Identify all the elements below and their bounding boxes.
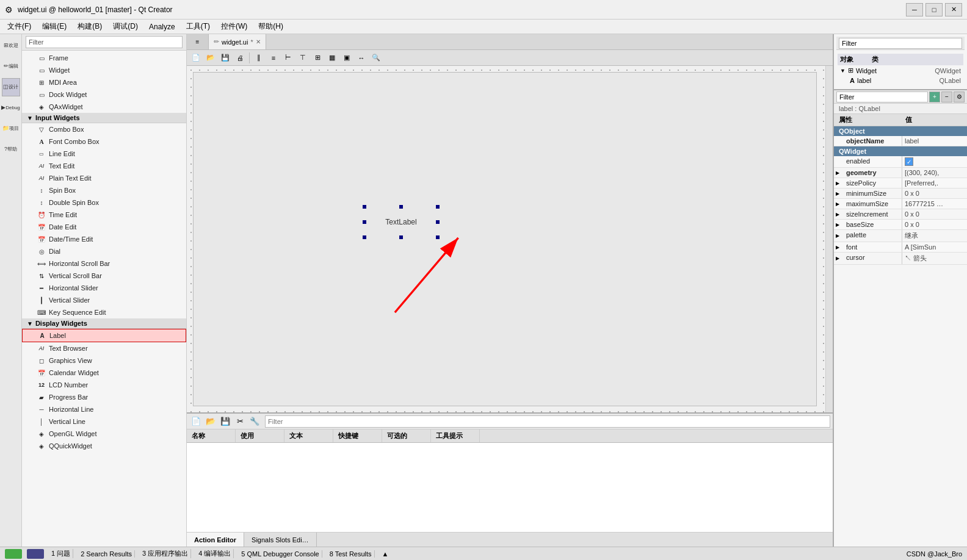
category-display-widgets[interactable]: ▼ Display Widgets — [22, 318, 186, 329]
status-up-arrow[interactable]: ▲ — [382, 550, 389, 558]
toolbar-btn-align-left[interactable]: ≡ — [267, 51, 280, 65]
prop-row-basesize[interactable]: ▶ baseSize 0 x 0 — [834, 220, 967, 230]
widget-item-text-edit[interactable]: AI Text Edit — [22, 160, 186, 172]
widget-search-input[interactable] — [26, 36, 183, 48]
widget-item-widget[interactable]: ▭ Widget — [22, 64, 186, 76]
widget-item-vertical-slider[interactable]: ┃ Vertical Slider — [22, 294, 186, 306]
widget-item-dock-widget[interactable]: ▭ Dock Widget — [22, 88, 186, 101]
widget-item-datetime-edit[interactable]: 📅 Date/Time Edit — [22, 233, 186, 245]
prop-row-palette[interactable]: ▶ palette 继承 — [834, 230, 967, 242]
activity-edit[interactable]: ✏编辑 — [2, 57, 20, 76]
tab-action-editor[interactable]: Action Editor — [187, 533, 244, 547]
status-run-btn[interactable] — [5, 549, 22, 559]
activity-help[interactable]: ?帮助 — [2, 140, 20, 159]
toolbar-btn-resize[interactable]: ↔ — [355, 51, 368, 65]
widget-item-key-sequence-edit[interactable]: ⌨ Key Sequence Edit — [22, 306, 186, 318]
widget-item-time-edit[interactable]: ⏰ Time Edit — [22, 209, 186, 221]
menu-debug[interactable]: 调试(D) — [108, 20, 143, 33]
action-open-btn[interactable]: 📂 — [204, 415, 217, 428]
toolbar-btn-print[interactable]: 🖨 — [233, 51, 247, 65]
handle-tr[interactable] — [436, 205, 440, 209]
obj-row-widget[interactable]: ▼ ⊞ Widget QWidget — [838, 65, 963, 76]
toolbar-btn-grid[interactable]: ⊞ — [311, 51, 324, 65]
status-qml-debugger[interactable]: 5 QML Debugger Console — [239, 550, 322, 558]
bottom-filter-input[interactable] — [265, 415, 830, 428]
prop-filter-minus-btn[interactable]: − — [941, 92, 952, 102]
status-app-output[interactable]: 3 应用程序输出 — [140, 549, 191, 558]
prop-row-sizeincrement[interactable]: ▶ sizeIncrement 0 x 0 — [834, 209, 967, 220]
prop-section-qobject[interactable]: QObject — [834, 126, 967, 136]
canvas-background[interactable]: TextLabel — [187, 66, 825, 412]
widget-item-opengl-widget[interactable]: ◈ OpenGL Widget — [22, 428, 186, 440]
widget-item-vertical-line[interactable]: │ Vertical Line — [22, 415, 186, 428]
widget-item-frame[interactable]: ▭ Frame — [22, 52, 186, 64]
obj-row-label[interactable]: A label QLabel — [838, 76, 963, 85]
menu-build[interactable]: 构建(B) — [73, 20, 107, 33]
toolbar-btn-new[interactable]: 📄 — [189, 51, 203, 65]
sidebar-toggle-btn[interactable]: ≡ — [187, 34, 209, 49]
text-label-widget[interactable]: TextLabel — [364, 207, 438, 237]
action-delete-btn[interactable]: ✂ — [233, 415, 247, 428]
minimize-button[interactable]: ─ — [906, 3, 923, 16]
widget-item-dial[interactable]: ◎ Dial — [22, 245, 186, 257]
menu-controls[interactable]: 控件(W) — [216, 20, 252, 33]
activity-debug[interactable]: ▶Debug — [2, 99, 20, 117]
prop-row-objectname[interactable]: objectName label — [834, 136, 967, 146]
widget-item-line-edit[interactable]: ▭ Line Edit — [22, 148, 186, 160]
widget-item-horizontal-line[interactable]: ─ Horizontal Line — [22, 403, 186, 415]
widget-item-font-combo-box[interactable]: A Font Combo Box — [22, 135, 186, 148]
menu-help[interactable]: 帮助(H) — [253, 20, 288, 33]
prop-filter-config-btn[interactable]: ⚙ — [954, 92, 965, 102]
widget-item-progress-bar[interactable]: ▰ Progress Bar — [22, 391, 186, 403]
object-filter-input[interactable] — [839, 38, 962, 49]
action-save-btn[interactable]: 💾 — [219, 415, 232, 428]
prop-section-qwidget[interactable]: QWidget — [834, 146, 967, 156]
prop-row-geometry[interactable]: ▶ geometry [(300, 240), — [834, 168, 967, 178]
handle-bl[interactable] — [363, 235, 366, 239]
widget-item-date-edit[interactable]: 📅 Date Edit — [22, 221, 186, 233]
close-button[interactable]: ✕ — [945, 3, 962, 16]
widget-item-label[interactable]: A Label — [22, 329, 186, 342]
handle-mr[interactable] — [436, 220, 440, 224]
widget-expand-icon[interactable]: ▼ — [840, 68, 846, 74]
enabled-checkbox[interactable]: ✓ — [905, 157, 913, 166]
widget-item-lcd-number[interactable]: 12 LCD Number — [22, 379, 186, 391]
widget-item-qaxwidget[interactable]: ◈ QAxWidget — [22, 101, 186, 113]
handle-br[interactable] — [436, 235, 440, 239]
tab-signals-slots[interactable]: Signals Slots Edi… — [244, 533, 317, 547]
menu-edit[interactable]: 编辑(E) — [37, 20, 71, 33]
widget-item-spin-box[interactable]: ↕ Spin Box — [22, 184, 186, 196]
widget-item-mdi-area[interactable]: ⊞ MDI Area — [22, 76, 186, 88]
menu-file[interactable]: 文件(F) — [2, 20, 36, 33]
widget-item-combo-box[interactable]: ▽ Combo Box — [22, 123, 186, 135]
widget-item-double-spin-box[interactable]: ↕ Double Spin Box — [22, 196, 186, 209]
status-problems[interactable]: 1 问题 — [49, 549, 73, 558]
prop-row-minimumsize[interactable]: ▶ minimumSize 0 x 0 — [834, 188, 967, 199]
toolbar-btn-save[interactable]: 💾 — [219, 51, 232, 65]
toolbar-btn-frame[interactable]: ▣ — [340, 51, 353, 65]
handle-bc[interactable] — [399, 235, 403, 239]
toolbar-btn-zoom[interactable]: 🔍 — [369, 51, 383, 65]
maximize-button[interactable]: □ — [925, 3, 943, 16]
prop-row-enabled[interactable]: enabled ✓ — [834, 156, 967, 168]
toolbar-btn-pause[interactable]: ∥ — [252, 51, 266, 65]
activity-welcome[interactable]: ⊞欢迎 — [2, 37, 20, 55]
toolbar-btn-align-center[interactable]: ⊤ — [296, 51, 310, 65]
file-tab-close-btn[interactable]: ✕ — [256, 38, 261, 45]
widget-item-plain-text-edit[interactable]: AI Plain Text Edit — [22, 172, 186, 184]
handle-tl[interactable] — [363, 205, 366, 209]
status-compile-output[interactable]: 4 编译输出 — [196, 549, 234, 558]
menu-analyze[interactable]: Analyze — [144, 21, 180, 32]
action-new-btn[interactable]: 📄 — [189, 415, 203, 428]
widget-item-vertical-scroll-bar[interactable]: ⇅ Vertical Scroll Bar — [22, 270, 186, 282]
prop-row-cursor[interactable]: ▶ cursor ↖ 箭头 — [834, 253, 967, 265]
prop-filter-add-btn[interactable]: + — [929, 92, 940, 102]
prop-row-sizepolicy[interactable]: ▶ sizePolicy [Preferred,. — [834, 178, 967, 188]
menu-tools[interactable]: 工具(T) — [181, 20, 215, 33]
widget-item-graphics-view[interactable]: ◻ Graphics View — [22, 354, 186, 367]
handle-tc[interactable] — [399, 205, 403, 209]
widget-item-horizontal-slider[interactable]: ━ Horizontal Slider — [22, 282, 186, 294]
handle-ml[interactable] — [363, 220, 366, 224]
widget-item-calendar-widget[interactable]: 📅 Calendar Widget — [22, 367, 186, 379]
widget-item-qquickwidget[interactable]: ◈ QQuickWidget — [22, 440, 186, 452]
